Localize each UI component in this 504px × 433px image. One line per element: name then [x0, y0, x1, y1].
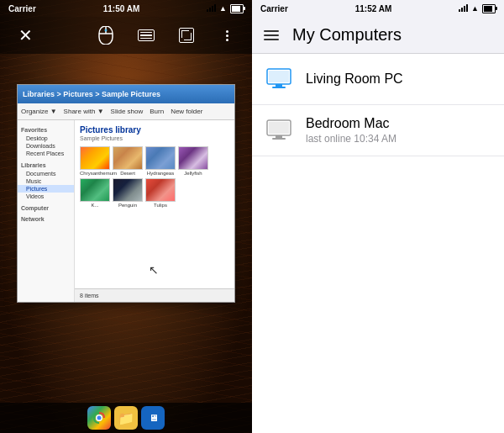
thumb-jellyfish: Jellyfish — [178, 146, 208, 176]
left-taskbar: 📁 🖥 — [0, 403, 252, 433]
hamburger-menu-button[interactable] — [264, 30, 279, 40]
win-sidebar: Favorites Desktop Downloads Recent Place… — [18, 120, 75, 302]
right-signal-icon — [459, 3, 468, 13]
svg-point-2 — [105, 29, 108, 32]
more-icon — [226, 30, 228, 41]
computer-app-icon[interactable]: 🖥 — [141, 406, 165, 430]
thumb-k: K... — [80, 178, 110, 208]
svg-rect-8 — [272, 87, 286, 88]
mouse-icon — [97, 26, 114, 45]
win-main-title: Pictures library — [80, 125, 229, 135]
left-carrier: Carrier — [8, 4, 36, 13]
living-room-computer-icon — [264, 64, 294, 94]
bedroom-mac-text: Bedroom Mac last online 10:34 AM — [306, 116, 492, 145]
list-item-living-room[interactable]: Living Room PC — [252, 54, 504, 105]
right-battery-icon — [482, 4, 496, 13]
win-main-subtitle: Sample Pictures — [80, 135, 229, 141]
svg-rect-7 — [276, 84, 282, 87]
win-toolbar: Organize ▼ Share with ▼ Slide show Burn … — [18, 103, 234, 120]
expand-icon — [179, 28, 194, 43]
win-main: Pictures library Sample Pictures Chrysan… — [75, 120, 234, 302]
keyboard-button[interactable] — [133, 22, 160, 49]
thumb-penguin: Penguin — [113, 178, 143, 208]
mouse-button[interactable] — [92, 22, 119, 49]
living-room-text: Living Room PC — [306, 71, 492, 87]
win-titlebar: Libraries > Pictures > Sample Pictures — [18, 85, 234, 103]
chrome-app-icon[interactable] — [87, 406, 111, 430]
living-room-name: Living Room PC — [306, 71, 492, 87]
bedroom-mac-name: Bedroom Mac — [306, 116, 492, 131]
right-header: My Computers — [252, 17, 504, 54]
svg-point-4 — [97, 416, 102, 420]
left-panel: Carrier 11:50 AM ▲ ✕ — [0, 0, 252, 433]
battery-left-icon — [230, 4, 244, 13]
svg-rect-6 — [269, 71, 289, 82]
right-wifi-icon: ▲ — [471, 4, 479, 13]
bedroom-mac-computer-icon — [264, 115, 294, 145]
right-carrier: Carrier — [260, 4, 288, 13]
left-time: 11:50 AM — [103, 4, 140, 13]
thumb-chrysanthemum: Chrysanthemum — [80, 146, 110, 176]
right-panel: Carrier 11:52 AM ▲ My Compu — [252, 0, 504, 433]
folder-app-icon[interactable]: 📁 — [114, 406, 138, 430]
cursor-indicator: ↖ — [149, 263, 159, 277]
signal-icon — [207, 3, 216, 13]
list-item-bedroom-mac[interactable]: Bedroom Mac last online 10:34 AM — [252, 105, 504, 156]
close-button[interactable]: ✕ — [12, 22, 39, 49]
right-status-icons: ▲ — [459, 3, 496, 13]
expand-button[interactable] — [173, 22, 200, 49]
win-status: 8 items — [75, 288, 234, 302]
wifi-icon: ▲ — [219, 4, 227, 13]
thumb-desert: Desert — [113, 146, 143, 176]
computers-list: Living Room PC Bedroom Mac last online 1… — [252, 54, 504, 433]
win-title: Libraries > Pictures > Sample Pictures — [23, 90, 160, 98]
left-status-bar: Carrier 11:50 AM ▲ — [0, 0, 252, 17]
svg-rect-12 — [272, 138, 286, 140]
win-thumbnails: Chrysanthemum Desert Hydrangeas Jellyfis… — [80, 146, 229, 208]
close-icon: ✕ — [18, 25, 33, 45]
bedroom-mac-status: last online 10:34 AM — [306, 133, 492, 145]
keyboard-icon — [138, 29, 155, 41]
hamburger-icon — [264, 30, 279, 32]
thumb-tulip: Tulips — [145, 178, 176, 208]
left-toolbar: ✕ — [0, 17, 252, 54]
right-status-bar: Carrier 11:52 AM ▲ — [252, 0, 504, 17]
windows-explorer-screenshot: Libraries > Pictures > Sample Pictures O… — [17, 84, 235, 303]
right-time: 11:52 AM — [355, 4, 392, 13]
win-body: Favorites Desktop Downloads Recent Place… — [18, 120, 234, 302]
svg-rect-10 — [269, 122, 289, 134]
thumb-hydrangeas: Hydrangeas — [145, 146, 176, 176]
page-title: My Computers — [292, 25, 402, 45]
left-status-icons: ▲ — [207, 3, 244, 13]
svg-rect-11 — [276, 135, 282, 138]
more-options-button[interactable] — [213, 22, 240, 49]
